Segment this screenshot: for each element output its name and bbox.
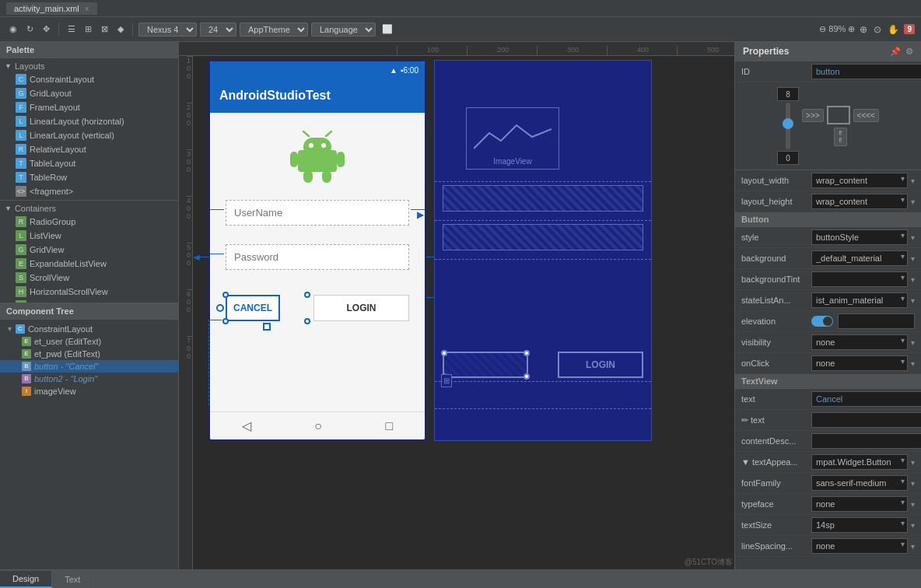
- fontfamily-select[interactable]: sans-serif-medium: [811, 475, 908, 491]
- constraint-handle-left[interactable]: [216, 304, 224, 312]
- palette-framelayout[interactable]: F FrameLayout: [0, 100, 178, 114]
- username-input[interactable]: [226, 200, 409, 226]
- typeface-arrow[interactable]: ▾: [911, 500, 915, 509]
- containers-group-header[interactable]: ▼ Containers: [0, 202, 178, 215]
- close-tab-icon[interactable]: ×: [85, 5, 89, 13]
- textsize-arrow[interactable]: ▾: [911, 521, 915, 530]
- typeface-select[interactable]: none: [811, 496, 908, 512]
- typeface-label: typeface: [741, 499, 811, 509]
- palette-listview[interactable]: L ListView: [0, 229, 178, 243]
- cancel-button[interactable]: CANCEL: [226, 295, 280, 321]
- palette-fragment[interactable]: <> <fragment>: [0, 184, 178, 198]
- layouts-group-header[interactable]: ▼ Layouts: [0, 60, 178, 72]
- tree-constraintlayout[interactable]: ▼ C ConstraintLayout: [0, 323, 178, 335]
- palette-tablelayout[interactable]: T TableLayout: [0, 156, 178, 170]
- textattr-input[interactable]: [811, 412, 921, 428]
- textappear-select[interactable]: mpat.Widget.Button: [811, 454, 908, 470]
- svg-rect-9: [322, 170, 331, 183]
- statelistanim-arrow[interactable]: ▾: [911, 296, 915, 305]
- visibility-select[interactable]: none: [811, 334, 908, 350]
- tree-button-cancel[interactable]: B button - "Cancel": [0, 360, 178, 373]
- palette-horizontalscrollview[interactable]: H HorizontalScrollView: [0, 285, 178, 299]
- crop-btn[interactable]: ⊞: [441, 374, 452, 387]
- onclick-arrow[interactable]: ▾: [911, 359, 915, 368]
- password-input[interactable]: [226, 244, 409, 270]
- id-input[interactable]: [811, 64, 921, 79]
- constraint-handle-bottom[interactable]: [263, 323, 271, 331]
- elevation-input[interactable]: [838, 313, 915, 329]
- palette-gridview[interactable]: G GridView: [0, 243, 178, 257]
- onclick-select[interactable]: none: [811, 355, 908, 371]
- device-frame-btn[interactable]: ⬜: [379, 23, 396, 36]
- grab-btn[interactable]: ✋: [886, 23, 901, 37]
- palette-expandablelistview[interactable]: E ExpandableListView: [0, 257, 178, 271]
- login-button[interactable]: LOGIN: [313, 295, 409, 321]
- layout-height-label: layout_height: [741, 197, 811, 206]
- home-btn[interactable]: ○: [314, 419, 322, 433]
- layout-height-select[interactable]: wrap_content: [811, 194, 908, 209]
- tree-et-pwd[interactable]: E et_pwd (EditText): [0, 348, 178, 360]
- contentdesc-label: contentDesc...: [741, 436, 811, 446]
- textappear-arrow[interactable]: ▾: [911, 458, 915, 467]
- constraint-arrow-right[interactable]: >>>: [802, 109, 824, 122]
- tab-design[interactable]: Design: [0, 571, 52, 588]
- contentdesc-input[interactable]: [811, 433, 921, 449]
- background-arrow[interactable]: ▾: [911, 254, 915, 263]
- toggle4-btn[interactable]: ◆: [114, 23, 127, 36]
- constraint-arrow-up[interactable]: ⇑⇑: [834, 128, 847, 146]
- v-ruler-mark-3: 400: [187, 196, 192, 243]
- palette-linearlayout-h[interactable]: L LinearLayout (horizontal): [0, 114, 178, 128]
- file-tab[interactable]: activity_main.xml ×: [6, 2, 97, 15]
- statelistanim-select[interactable]: ist_anim_material: [811, 292, 908, 308]
- linespacing-select[interactable]: none: [811, 538, 908, 554]
- constraint-arrow-left[interactable]: <<<<: [853, 109, 879, 122]
- constraint-top-num[interactable]: [777, 87, 799, 101]
- tree-imageview[interactable]: I imageView: [0, 385, 178, 397]
- layout-width-select[interactable]: wrap_content: [811, 173, 908, 188]
- toggle3-btn[interactable]: ⊠: [98, 23, 111, 36]
- move-btn[interactable]: ✥: [40, 23, 53, 36]
- style-arrow[interactable]: ▾: [911, 233, 915, 242]
- palette-tablerow[interactable]: T TableRow: [0, 170, 178, 184]
- palette-constraintlayout[interactable]: C ConstraintLayout: [0, 72, 178, 86]
- layout-width-arrow[interactable]: ▾: [911, 177, 915, 185]
- bgtint-arrow[interactable]: ▾: [911, 275, 915, 284]
- back-btn[interactable]: ◁: [242, 418, 251, 433]
- constraint-bottom-num[interactable]: [777, 151, 799, 165]
- palette-relativelayout[interactable]: R RelativeLayout: [0, 142, 178, 156]
- fontfamily-arrow[interactable]: ▾: [911, 479, 915, 488]
- refresh-btn[interactable]: ↻: [23, 23, 37, 36]
- recents-btn[interactable]: □: [386, 419, 394, 433]
- layout-height-arrow[interactable]: ▾: [911, 198, 915, 206]
- palette-linearlayout-v[interactable]: L LinearLayout (vertical): [0, 128, 178, 142]
- toggle-btn[interactable]: ☰: [65, 23, 79, 36]
- palette-scrollview[interactable]: S ScrollView: [0, 271, 178, 285]
- tree-button2-login[interactable]: B button2 - "Login": [0, 373, 178, 385]
- language-select[interactable]: Language: [311, 23, 376, 37]
- design-mode-btn[interactable]: ◉: [6, 23, 20, 36]
- view-btn[interactable]: ⊙: [872, 23, 883, 37]
- bgtint-select[interactable]: [811, 271, 908, 287]
- api-select[interactable]: 24: [200, 23, 236, 37]
- palette-radiogroup[interactable]: R RadioGroup: [0, 215, 178, 229]
- tree-et-user[interactable]: E et_user (EditText): [0, 335, 178, 348]
- props-pin-icon[interactable]: 📌: [890, 47, 901, 57]
- refresh-layout-btn[interactable]: ⊕: [858, 23, 869, 37]
- theme-select[interactable]: AppTheme: [240, 23, 308, 37]
- elevation-toggle[interactable]: [811, 316, 833, 327]
- toggle2-btn[interactable]: ⊞: [82, 23, 95, 36]
- visibility-arrow[interactable]: ▾: [911, 338, 915, 347]
- style-select[interactable]: buttonStyle: [811, 229, 908, 245]
- device-select[interactable]: Nexus 4: [138, 23, 197, 37]
- props-gear-icon[interactable]: ⚙: [905, 47, 913, 57]
- error-badge[interactable]: 9: [904, 24, 915, 34]
- constraint-v-thumb[interactable]: [783, 118, 793, 129]
- canvas-content[interactable]: ▲ ▪ 6:00 AndroidStudioTest: [193, 56, 734, 569]
- ruler-marks-h: 100 200 300 400 500 600 |700: [397, 46, 734, 55]
- text-input[interactable]: [811, 391, 921, 407]
- linespacing-arrow[interactable]: ▾: [911, 542, 915, 551]
- tab-text[interactable]: Text: [52, 572, 93, 587]
- textsize-select[interactable]: 14sp: [811, 517, 908, 533]
- palette-gridlayout[interactable]: G GridLayout: [0, 86, 178, 100]
- background-select[interactable]: _default_material: [811, 250, 908, 266]
